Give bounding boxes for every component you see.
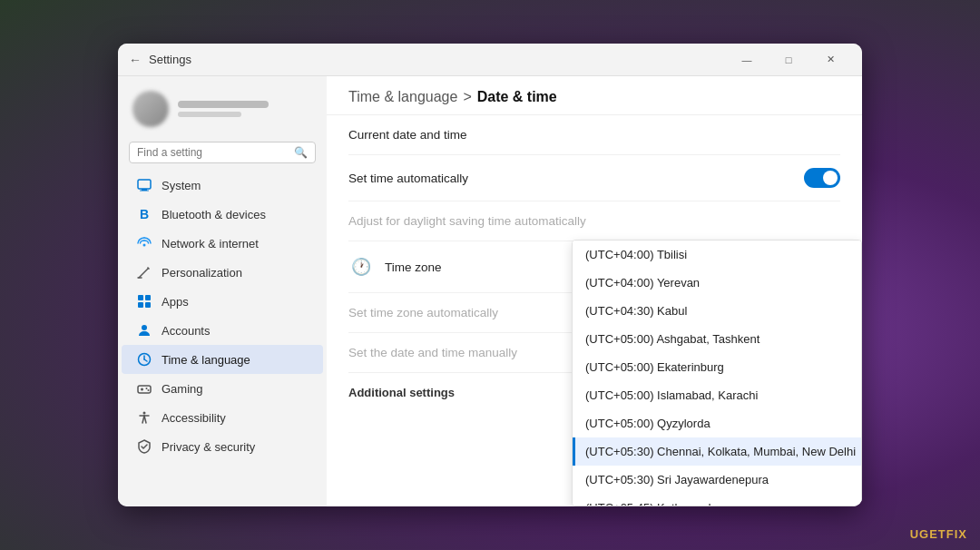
set-time-auto-label: Set time automatically [348,172,468,185]
user-name-bar [178,101,269,108]
set-date-time-manual-label: Set the date and time manually [348,346,517,359]
setting-row-daylight: Adjust for daylight saving time automati… [348,201,840,241]
svg-rect-15 [138,386,151,393]
sidebar-item-accounts[interactable]: Accounts [122,316,323,345]
svg-rect-7 [138,295,143,300]
window-title: Settings [149,53,191,66]
sidebar-item-gaming[interactable]: Gaming [122,374,323,403]
svg-point-3 [143,244,146,247]
time-zone-label: Time zone [385,260,442,274]
setting-row-set-time-zone-auto: Set time zone automatically [348,293,840,333]
watermark-highlighted: FIX [946,527,967,541]
gaming-icon [136,380,152,397]
maximize-button[interactable]: □ [768,44,809,76]
personalization-icon [136,264,152,280]
breadcrumb-current: Date & time [477,89,557,105]
sidebar-item-label-privacy: Privacy & security [162,440,255,454]
back-button[interactable]: ← [129,53,142,67]
sidebar-item-personalization[interactable]: Personalization [122,258,323,287]
svg-line-23 [144,416,146,423]
setting-row-set-time-auto: Set time automatically [348,155,840,201]
breadcrumb: Time & language > Date & time [348,89,840,105]
sidebar-item-network[interactable]: Network & internet [122,229,323,258]
svg-rect-8 [145,295,151,300]
svg-point-11 [142,325,147,330]
sidebar-item-bluetooth[interactable]: BBluetooth & devices [122,200,323,229]
sidebar-item-label-accessibility: Accessibility [162,411,226,425]
svg-line-4 [139,269,148,278]
watermark: UGETFIX [910,527,967,541]
search-icon: 🔍 [294,146,308,159]
sidebar-item-label-accounts: Accounts [162,324,210,338]
svg-line-14 [144,359,147,361]
sidebar: 🔍 SystemBBluetooth & devicesNetwork & in… [118,76,327,506]
user-profile [118,83,327,138]
accessibility-icon [136,409,152,426]
breadcrumb-sep: > [463,89,471,105]
sidebar-item-label-time: Time & language [162,353,250,367]
minimize-button[interactable]: — [726,44,768,76]
main-content: Time & language > Date & time Current da… [327,76,862,506]
sidebar-item-privacy[interactable]: Privacy & security [122,432,323,461]
current-date-time-label: Current date and time [348,128,467,142]
svg-rect-2 [140,191,149,192]
network-icon [136,235,152,251]
settings-rows: Current date and timeSet time automatica… [348,115,840,373]
sidebar-item-label-personalization: Personalization [162,266,242,280]
daylight-label: Adjust for daylight saving time automati… [348,214,586,228]
titlebar: ← Settings — □ ✕ [118,44,862,76]
setting-row-set-date-time-manual: Set the date and time manually [348,333,840,373]
svg-rect-0 [138,180,151,189]
time-icon [136,351,152,368]
nav-list: SystemBBluetooth & devicesNetwork & inte… [118,171,327,461]
additional-settings-label: Additional settings [348,373,840,403]
sidebar-item-label-bluetooth: Bluetooth & devices [162,208,266,221]
breadcrumb-parent: Time & language [348,89,457,105]
sidebar-item-label-network: Network & internet [162,237,259,250]
sidebar-item-label-gaming: Gaming [162,382,203,396]
time-zone-icon: 🕐 [348,254,374,280]
watermark-prefix: UGET [910,527,946,541]
set-time-auto-toggle[interactable] [804,168,840,188]
sidebar-item-apps[interactable]: Apps [122,287,323,316]
svg-point-19 [148,389,150,391]
svg-point-18 [146,388,148,389]
set-time-auto-control [804,168,840,188]
system-icon [136,177,152,193]
user-info [178,101,312,117]
search-box[interactable]: 🔍 [129,142,316,163]
sidebar-item-time[interactable]: Time & language [122,345,323,374]
setting-row-current-date-time: Current date and time [348,115,840,155]
svg-rect-9 [138,302,143,308]
sidebar-item-label-system: System [162,179,201,192]
sidebar-item-label-apps: Apps [162,295,189,309]
content-area: 🔍 SystemBBluetooth & devicesNetwork & in… [118,76,862,506]
settings-window: ← Settings — □ ✕ 🔍 SystemBB [118,44,862,506]
set-time-zone-auto-label: Set time zone automatically [348,306,498,319]
page-header: Time & language > Date & time [327,76,862,115]
window-controls: — □ ✕ [726,44,851,76]
avatar [132,91,169,127]
setting-row-time-zone: 🕐Time zone [348,241,840,293]
settings-list: Current date and timeSet time automatica… [327,115,862,506]
sidebar-item-accessibility[interactable]: Accessibility [122,403,323,432]
privacy-icon [136,438,152,455]
bluetooth-icon: B [136,206,152,222]
svg-rect-10 [145,302,151,308]
apps-icon [136,293,152,309]
sidebar-item-system[interactable]: System [122,171,323,200]
user-sub-bar [178,112,241,117]
search-input[interactable] [137,146,289,159]
svg-point-20 [143,412,146,415]
close-button[interactable]: ✕ [809,44,851,76]
accounts-icon [136,322,152,339]
